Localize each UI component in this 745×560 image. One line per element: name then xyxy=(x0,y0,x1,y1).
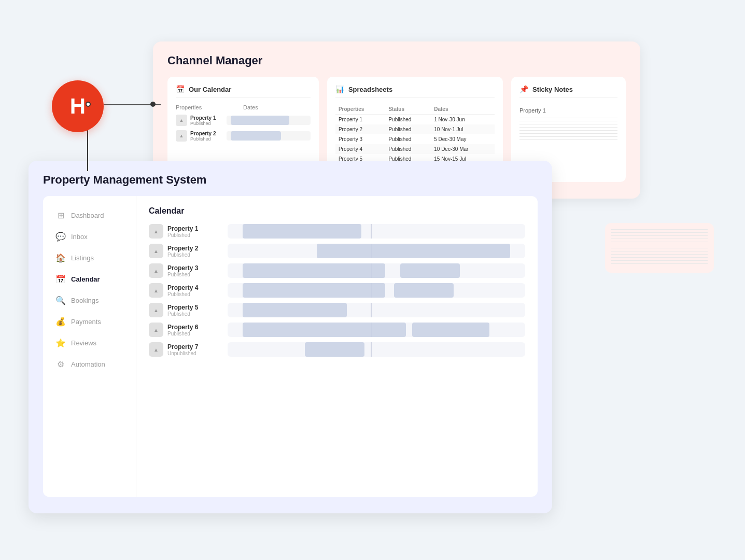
gantt-name-4: Property 4 xyxy=(167,284,198,291)
pms-sidebar: ⊞ Dashboard 💬 Inbox 🏠 Listings 📅 Calenda… xyxy=(43,196,136,497)
gantt-name-6: Property 6 xyxy=(167,324,198,331)
ss-cell-status-3: Published xyxy=(385,134,431,144)
sidebar-label-inbox: Inbox xyxy=(71,233,88,241)
spreadsheet-panel-header: 📊 Spreadsheets xyxy=(335,85,495,98)
ss-cell-name-3: Property 3 xyxy=(335,134,386,144)
right-sticky-line-7 xyxy=(611,248,708,248)
right-sticky-line-2 xyxy=(611,232,708,233)
cal-col-dates: Dates xyxy=(243,104,311,110)
ss-row-3: Property 3 Published 5 Dec-30 May xyxy=(335,134,495,144)
sticky-line-7 xyxy=(519,136,617,137)
gantt-bar-6-1 xyxy=(243,323,406,337)
gantt-bars-6 xyxy=(228,323,525,337)
pms-inner: ⊞ Dashboard 💬 Inbox 🏠 Listings 📅 Calenda… xyxy=(43,196,538,497)
sidebar-icon-calendar: 📅 xyxy=(55,274,66,284)
ss-row-1: Property 1 Published 1 Nov-30 Jun xyxy=(335,115,495,125)
gantt-bars-3 xyxy=(228,263,525,278)
right-sticky-line-10 xyxy=(611,257,708,258)
gantt-bar-7-1 xyxy=(305,342,364,357)
gantt-divider-1 xyxy=(371,224,372,239)
gantt-property-4: ▲ Property 4 Published xyxy=(149,283,221,298)
sticky-lines-container xyxy=(519,118,617,140)
sidebar-label-dashboard: Dashboard xyxy=(71,212,104,219)
cal-bar-container-2 xyxy=(227,131,311,141)
cal-property-text-1: Property 1 Published xyxy=(190,115,216,126)
sidebar-item-inbox[interactable]: 💬 Inbox xyxy=(47,227,132,247)
sidebar-item-listings[interactable]: 🏠 Listings xyxy=(47,248,132,268)
gantt-divider-5 xyxy=(371,303,372,317)
sidebar-item-reviews[interactable]: ⭐ Reviews xyxy=(47,333,132,353)
gantt-row-7: ▲ Property 7 Unpublished xyxy=(149,342,525,357)
gantt-status-2: Published xyxy=(167,252,198,258)
sticky-line-1 xyxy=(519,118,617,118)
gantt-status-1: Published xyxy=(167,232,198,238)
sticky-notes-content: Property 1 xyxy=(519,104,617,146)
gantt-name-3: Property 3 xyxy=(167,264,198,272)
gantt-avatar-1: ▲ xyxy=(149,224,163,239)
gantt-bar-4-1 xyxy=(243,283,386,298)
sticky-line-8 xyxy=(519,139,617,140)
gantt-divider-7 xyxy=(371,342,372,357)
cal-property-info-2: ▲ Property 2 Published xyxy=(176,130,222,142)
gantt-status-6: Published xyxy=(167,331,198,337)
gantt-row-6: ▲ Property 6 Published xyxy=(149,323,525,337)
sidebar-icon-reviews: ⭐ xyxy=(55,338,66,348)
gantt-name-5: Property 5 xyxy=(167,304,198,311)
gantt-property-6: ▲ Property 6 Published xyxy=(149,323,221,337)
pms-main: Calendar ▲ Property 1 Published ▲ Proper… xyxy=(136,196,538,497)
sidebar-item-calendar[interactable]: 📅 Calendar xyxy=(47,269,132,289)
gantt-bar-5-1 xyxy=(243,303,347,317)
ss-col-properties: Properties xyxy=(335,104,386,115)
gantt-bars-5 xyxy=(228,303,525,317)
gantt-prop-info-2: Property 2 Published xyxy=(167,245,198,258)
sidebar-icon-inbox: 💬 xyxy=(55,232,66,242)
ss-cell-name-4: Property 4 xyxy=(335,144,386,154)
ss-col-dates: Dates xyxy=(431,104,495,115)
connector-dot-left xyxy=(86,102,91,107)
gantt-property-7: ▲ Property 7 Unpublished xyxy=(149,342,221,357)
gantt-prop-info-5: Property 5 Published xyxy=(167,304,198,317)
cal-bar-1 xyxy=(231,116,289,125)
sidebar-label-automation: Automation xyxy=(71,360,105,368)
cal-table-header: Properties Dates xyxy=(176,104,311,110)
calendar-panel-label: Our Calendar xyxy=(189,86,231,93)
sticky-notes-icon: 📌 xyxy=(519,85,528,93)
sticky-line-3 xyxy=(519,124,617,124)
gantt-bars-4 xyxy=(228,283,525,298)
calendar-panel-header: 📅 Our Calendar xyxy=(176,85,311,98)
gantt-row-1: ▲ Property 1 Published xyxy=(149,224,525,239)
ss-cell-dates-2: 10 Nov-1 Jul xyxy=(431,124,495,134)
ss-cell-status-2: Published xyxy=(385,124,431,134)
pms-card: Property Management System ⊞ Dashboard 💬… xyxy=(29,161,552,513)
sidebar-icon-bookings: 🔍 xyxy=(55,296,66,305)
sidebar-item-bookings[interactable]: 🔍 Bookings xyxy=(47,290,132,311)
right-sticky-line-3 xyxy=(611,235,708,236)
gantt-row-2: ▲ Property 2 Published xyxy=(149,244,525,258)
cal-property-info-1: ▲ Property 1 Published xyxy=(176,115,222,126)
cal-bar-container-1 xyxy=(227,116,311,125)
cal-property-status-2: Published xyxy=(190,136,216,142)
channel-manager-title: Channel Manager xyxy=(167,54,626,67)
sidebar-label-reviews: Reviews xyxy=(71,339,96,347)
right-sticky-line-5 xyxy=(611,242,708,242)
gantt-bar-1-1 xyxy=(243,224,362,239)
gantt-avatar-4: ▲ xyxy=(149,283,163,298)
gantt-bars-2 xyxy=(228,244,525,258)
sidebar-icon-dashboard: ⊞ xyxy=(55,211,66,220)
gantt-name-2: Property 2 xyxy=(167,245,198,252)
gantt-name-1: Property 1 xyxy=(167,225,198,232)
gantt-name-7: Property 7 xyxy=(167,343,198,351)
gantt-property-1: ▲ Property 1 Published xyxy=(149,224,221,239)
sidebar-item-automation[interactable]: ⚙ Automation xyxy=(47,354,132,374)
sidebar-icon-automation: ⚙ xyxy=(55,359,66,369)
sidebar-item-payments[interactable]: 💰 Payments xyxy=(47,312,132,332)
gantt-row-5: ▲ Property 5 Published xyxy=(149,303,525,317)
sticky-notes-label: Sticky Notes xyxy=(532,86,573,93)
gantt-bar-6-2 xyxy=(412,323,489,337)
gantt-status-5: Published xyxy=(167,311,198,317)
sidebar-item-dashboard[interactable]: ⊞ Dashboard xyxy=(47,205,132,226)
logo: H xyxy=(52,80,104,132)
gantt-bar-3-1 xyxy=(243,263,386,278)
right-sticky-line-4 xyxy=(611,239,708,239)
gantt-avatar-6: ▲ xyxy=(149,323,163,337)
